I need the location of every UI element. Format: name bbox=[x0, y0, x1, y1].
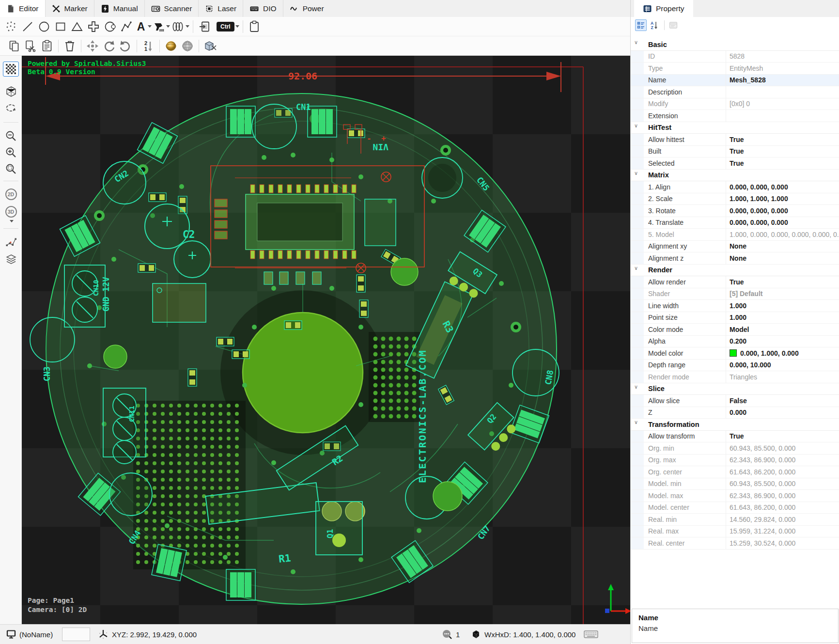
property-row-alignment-z[interactable]: Alignment zNone bbox=[631, 252, 839, 265]
chevron-down-icon[interactable]: ∨ bbox=[634, 123, 638, 129]
text-tool-button[interactable]: A bbox=[135, 19, 152, 34]
property-row-extension[interactable]: Extension bbox=[631, 110, 839, 122]
property-row-4-translate[interactable]: 4. Translate0.000, 0.000, 0.000 bbox=[631, 217, 839, 229]
property-row-built[interactable]: BuiltTrue bbox=[631, 146, 839, 158]
property-value[interactable] bbox=[726, 86, 839, 98]
keyboard-toggle[interactable] bbox=[584, 625, 598, 644]
import-entity-button[interactable] bbox=[197, 19, 212, 34]
clipboard-tool-button[interactable] bbox=[247, 19, 262, 34]
circle-tool-button[interactable] bbox=[36, 19, 52, 34]
property-value[interactable]: [0x0] 0 bbox=[726, 98, 839, 110]
property-row-alignment-xy[interactable]: Alignment xyNone bbox=[631, 241, 839, 253]
layers-button[interactable] bbox=[3, 251, 19, 267]
property-row-model-center[interactable]: Model. center61.643, 86.200, 0.000 bbox=[631, 502, 839, 514]
property-section-basic[interactable]: ∨Basic bbox=[631, 39, 839, 51]
property-value[interactable]: Mesh_5828 bbox=[726, 75, 839, 86]
show-grid-button[interactable] bbox=[3, 62, 19, 77]
property-row-allow-hittest[interactable]: Allow hittestTrue bbox=[631, 134, 839, 146]
alphabetical-sort-button[interactable]: AZ bbox=[648, 19, 660, 31]
property-row-allow-transform[interactable]: Allow transformTrue bbox=[631, 431, 839, 443]
paste-button[interactable] bbox=[39, 38, 55, 54]
zoom-out-button[interactable] bbox=[3, 128, 19, 143]
undo-button[interactable] bbox=[101, 38, 117, 54]
property-row-shader[interactable]: Shader[5] Default bbox=[631, 288, 839, 300]
property-value[interactable]: 0.000, 10.000 bbox=[726, 360, 839, 371]
property-value[interactable]: 0.000, 0.000, 0.000 bbox=[726, 217, 839, 229]
property-section-render[interactable]: ∨Render bbox=[631, 265, 839, 277]
property-row-id[interactable]: ID5828 bbox=[631, 51, 839, 63]
tab-editor[interactable]: Editor bbox=[0, 0, 46, 17]
property-value[interactable]: True bbox=[726, 431, 839, 442]
view-2d-button[interactable]: 2D bbox=[3, 187, 19, 202]
tab-laser[interactable]: Laser bbox=[199, 0, 243, 17]
property-value[interactable]: 1.000 bbox=[726, 312, 839, 324]
property-value[interactable]: 61.643, 86.200, 0.000 bbox=[726, 466, 839, 478]
property-row-z[interactable]: Z0.000 bbox=[631, 407, 839, 419]
property-value[interactable]: True bbox=[726, 157, 839, 169]
barcode-gun-button[interactable] bbox=[153, 19, 170, 34]
viewport-canvas[interactable]: 92.06 CN1 CN2 CN3 CN4 CN5 CN7 CN8 CN10 C… bbox=[22, 56, 630, 624]
property-value[interactable]: 0.200 bbox=[726, 336, 839, 347]
tab-marker[interactable]: Marker bbox=[46, 0, 94, 17]
slice-box-button[interactable] bbox=[202, 38, 218, 54]
property-value[interactable]: 61.643, 86.200, 0.000 bbox=[726, 502, 839, 514]
path-nodes-button[interactable] bbox=[3, 234, 19, 249]
chevron-down-icon[interactable]: ∨ bbox=[634, 39, 638, 46]
property-row-depth-range[interactable]: Depth range0.000, 10.000 bbox=[631, 360, 839, 372]
property-value[interactable]: 15.959, 31.224, 0.000 bbox=[726, 526, 839, 537]
arc-tool-button[interactable] bbox=[102, 19, 118, 34]
property-row-2-scale[interactable]: 2. Scale1.000, 1.000, 1.000 bbox=[631, 193, 839, 205]
redo-button[interactable] bbox=[118, 38, 133, 54]
property-value[interactable]: 62.343, 86.900, 0.000 bbox=[726, 455, 839, 466]
property-value[interactable]: 0.000, 0.000, 0.000 bbox=[726, 181, 839, 193]
property-row-model-max[interactable]: Model. max62.343, 86.900, 0.000 bbox=[631, 490, 839, 502]
property-row-org-center[interactable]: Org. center61.643, 86.200, 0.000 bbox=[631, 466, 839, 478]
point-tool-button[interactable] bbox=[3, 19, 19, 34]
property-value[interactable]: 15.259, 30.524, 0.000 bbox=[726, 537, 839, 549]
property-value[interactable]: None bbox=[726, 241, 839, 252]
property-row-color-mode[interactable]: Color modeModel bbox=[631, 324, 839, 336]
property-row-selected[interactable]: SelectedTrue bbox=[631, 157, 839, 170]
copy-button[interactable] bbox=[6, 38, 22, 54]
property-row-1-align[interactable]: 1. Align0.000, 0.000, 0.000 bbox=[631, 181, 839, 193]
property-value[interactable]: 1.000, 1.000, 1.000 bbox=[726, 193, 839, 205]
property-value[interactable]: Triangles bbox=[726, 371, 839, 383]
property-section-transformation[interactable]: ∨Transformation bbox=[631, 419, 839, 431]
property-value[interactable]: 62.343, 86.900, 0.000 bbox=[726, 490, 839, 502]
property-value[interactable]: True bbox=[726, 276, 839, 288]
property-value[interactable]: 5828 bbox=[726, 51, 839, 63]
property-row-point-size[interactable]: Point size1.000 bbox=[631, 312, 839, 324]
property-value[interactable]: 60.943, 85.500, 0.000 bbox=[726, 442, 839, 454]
property-row-real-max[interactable]: Real. max15.959, 31.224, 0.000 bbox=[631, 526, 839, 538]
view-3d-button[interactable]: 3D bbox=[3, 204, 19, 219]
zoom-in-button[interactable] bbox=[3, 145, 19, 160]
property-value[interactable]: [5] Default bbox=[726, 288, 839, 300]
property-row-allow-render[interactable]: Allow renderTrue bbox=[631, 276, 839, 288]
property-row-alpha[interactable]: Alpha0.200 bbox=[631, 336, 839, 348]
property-row-3-rotate[interactable]: 3. Rotate0.000, 0.000, 0.000 bbox=[631, 205, 839, 217]
ctrl-dropdown-caret[interactable] bbox=[235, 25, 239, 28]
solid-sphere-button[interactable] bbox=[163, 38, 179, 54]
property-section-slice[interactable]: ∨Slice bbox=[631, 383, 839, 395]
property-row-name[interactable]: NameMesh_5828 bbox=[631, 75, 839, 87]
tab-manual[interactable]: Manual bbox=[94, 0, 145, 17]
property-row-allow-slice[interactable]: Allow sliceFalse bbox=[631, 395, 839, 407]
property-value[interactable]: EntityMesh bbox=[726, 63, 839, 74]
property-row-model-color[interactable]: Model color0.000, 1.000, 0.000 bbox=[631, 347, 839, 360]
orbit-rotate-button[interactable] bbox=[3, 101, 19, 116]
delete-button[interactable] bbox=[62, 38, 78, 54]
property-value[interactable]: 1.000, 0.000, 0.000, 0.000, 0.000, 0.000 bbox=[726, 229, 839, 240]
chevron-down-icon[interactable]: ∨ bbox=[634, 170, 638, 176]
cross-tool-button[interactable] bbox=[86, 19, 101, 34]
property-value[interactable]: True bbox=[726, 146, 839, 157]
property-row-5-model[interactable]: 5. Model1.000, 0.000, 0.000, 0.000, 0.00… bbox=[631, 229, 839, 241]
ctrl-commands-button[interactable]: Ctrl bbox=[217, 19, 239, 34]
property-row-org-max[interactable]: Org. max62.343, 86.900, 0.000 bbox=[631, 455, 839, 467]
line-tool-button[interactable] bbox=[20, 19, 35, 34]
mesh-view-button[interactable] bbox=[3, 84, 19, 99]
chevron-down-icon[interactable]: ∨ bbox=[634, 265, 638, 271]
tab-property[interactable]: Property bbox=[634, 0, 693, 17]
property-row-line-width[interactable]: Line width1.000 bbox=[631, 300, 839, 312]
move-button[interactable] bbox=[85, 38, 100, 54]
property-section-hittest[interactable]: ∨HitTest bbox=[631, 122, 839, 134]
